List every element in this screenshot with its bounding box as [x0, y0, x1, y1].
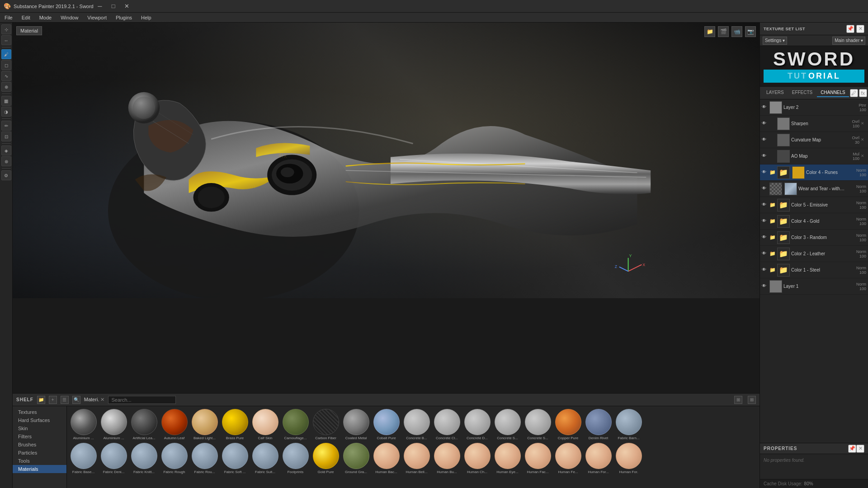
layer-visibility-toggle[interactable]: 👁 [762, 121, 768, 127]
shelf-cat-textures[interactable]: Textures [13, 408, 66, 416]
shelf-item[interactable]: Human Bu... [432, 442, 462, 475]
shelf-item[interactable]: Fabric Base... [69, 442, 98, 475]
shelf-item[interactable]: Fabric Deni... [99, 442, 128, 475]
tool-select[interactable]: ⊹ [1, 24, 11, 34]
tool-settings[interactable]: ⚙ [1, 170, 11, 180]
layer-visibility-toggle[interactable]: 👁 [762, 283, 768, 290]
shelf-item[interactable]: Human Bell... [402, 442, 431, 475]
shelf-filter-tag[interactable]: Materi. ✕ [84, 397, 105, 403]
shelf-item[interactable]: Artificial Lea... [129, 408, 159, 441]
shelf-item[interactable]: Fabric Barn... [614, 408, 643, 441]
tool-clone[interactable]: ⊕ [1, 82, 11, 92]
shelf-item[interactable]: Concrete B... [402, 408, 431, 441]
shelf-item[interactable]: Baked Light... [190, 408, 219, 441]
layer-item[interactable]: 👁 📁 📁 Color 4 - Runes Norm 100 [760, 164, 868, 181]
shader-dropdown[interactable]: Main shader ▾ [832, 37, 865, 45]
shelf-item[interactable]: Calf Skin [250, 408, 280, 441]
render-mode-btn[interactable]: 🎬 [718, 26, 729, 37]
shelf-item[interactable]: Concrete S... [523, 408, 552, 441]
shelf-item[interactable]: Concrete D... [462, 408, 492, 441]
shelf-item[interactable]: Gold Pure [311, 442, 340, 475]
layer-visibility-toggle[interactable]: 👁 [762, 137, 768, 143]
menu-viewport[interactable]: Viewport [83, 14, 111, 21]
material-toggle-button[interactable]: Material [16, 26, 42, 35]
shelf-cat-particles[interactable]: Particles [13, 449, 66, 457]
menu-file[interactable]: File [0, 14, 17, 21]
properties-close-btn[interactable]: ✕ [856, 445, 864, 453]
layer-visibility-toggle[interactable]: 👁 [762, 153, 768, 160]
layer-item[interactable]: 👁 📁 📁 Color 4 - Gold Norm 100 [760, 213, 868, 230]
tool-picker[interactable]: ⊡ [1, 131, 11, 141]
shelf-cat-materials[interactable]: Materials [13, 465, 66, 473]
shelf-search-input[interactable] [108, 396, 176, 404]
layer-visibility-toggle[interactable]: 👁 [762, 202, 768, 208]
shelf-item[interactable]: Human Fac... [523, 442, 552, 475]
shelf-cat-skin[interactable]: Skin [13, 424, 66, 432]
shelf-item[interactable]: Carbon Fiber [311, 408, 340, 441]
shelf-item[interactable]: Autumn Leaf [160, 408, 189, 441]
layer-visibility-toggle[interactable]: 👁 [762, 104, 768, 111]
shelf-cat-tools[interactable]: Tools [13, 457, 66, 465]
tool-material[interactable]: ◈ [1, 145, 11, 155]
shelf-item[interactable]: Copper Pure [553, 408, 583, 441]
shelf-cat-filters[interactable]: Filters [13, 432, 66, 441]
menu-plugins[interactable]: Plugins [111, 14, 137, 21]
shelf-item[interactable]: Human Ch... [462, 442, 492, 475]
tab-layers[interactable]: LAYERS [763, 89, 788, 97]
tool-annotate[interactable]: ✏ [1, 121, 11, 131]
layer-visibility-toggle[interactable]: 👁 [762, 186, 768, 192]
layer-visibility-toggle[interactable]: 👁 [762, 251, 768, 257]
tool-paint[interactable]: 🖌 [1, 49, 11, 59]
layer-item[interactable]: 👁 AO Map Mul 100 ✕ [760, 148, 868, 164]
viewport-canvas[interactable]: ᚱᚢᚾ ᛗᚨᚷ X Y [13, 23, 760, 298]
layer-visibility-toggle[interactable]: 👁 [762, 235, 768, 241]
shelf-item[interactable]: Camouflage... [281, 408, 310, 441]
shelf-item[interactable]: Cobalt Pure [372, 408, 401, 441]
tool-smudge[interactable]: ∿ [1, 71, 11, 81]
texture-set-close-btn[interactable]: ✕ [856, 25, 864, 33]
layer-visibility-toggle[interactable]: 👁 [762, 218, 768, 225]
shelf-item[interactable]: Ground Gra... [341, 442, 371, 475]
texture-set-pin-btn[interactable]: 📌 [846, 25, 854, 33]
tool-mask[interactable]: ◑ [1, 107, 11, 117]
video-btn[interactable]: 📹 [731, 26, 742, 37]
layer-fx-btn[interactable]: fx [859, 89, 867, 97]
layer-close-btn[interactable]: ✕ [861, 121, 866, 127]
shelf-item[interactable]: Footprints [281, 442, 310, 475]
camera-btn[interactable]: 📷 [745, 26, 756, 37]
layer-item[interactable]: 👁 Layer 2 Ptnr 100 [760, 99, 868, 116]
layer-visibility-toggle[interactable]: 👁 [762, 267, 768, 273]
shelf-item[interactable]: Human Bac... [372, 442, 401, 475]
minimize-button[interactable]: ─ [94, 2, 106, 11]
shelf-item[interactable]: Fabric Rou... [190, 442, 219, 475]
shelf-maximize-btn[interactable]: ⊞ [734, 396, 742, 404]
shelf-item[interactable]: Human For... [584, 442, 613, 475]
shelf-item[interactable]: Fabric Rough [160, 442, 189, 475]
tool-erase[interactable]: ◻ [1, 60, 11, 70]
menu-mode[interactable]: Mode [35, 14, 57, 21]
shelf-item[interactable]: Human Fe... [553, 442, 583, 475]
layer-paint-btn[interactable]: 🖊 [850, 89, 858, 97]
close-button[interactable]: ✕ [121, 2, 133, 11]
shelf-folder-btn[interactable]: 📁 [37, 396, 45, 404]
tool-transform[interactable]: ↔ [1, 35, 11, 45]
layer-close-btn[interactable]: ✕ [861, 137, 866, 143]
layer-item[interactable]: 👁 📁 📁 Color 2 - Leather Norm 100 [760, 246, 868, 262]
layer-item[interactable]: 👁 Layer 1 Norm 100 [760, 278, 868, 295]
shelf-item[interactable]: Brass Pure [220, 408, 250, 441]
shelf-item[interactable]: Fabric Soft ... [220, 442, 250, 475]
maximize-button[interactable]: □ [107, 2, 120, 11]
menu-help[interactable]: Help [137, 14, 156, 21]
folder-icon-btn[interactable]: 📁 [704, 26, 715, 37]
shelf-item[interactable]: Concrete S... [493, 408, 522, 441]
shelf-content[interactable]: Aluminium ... Aluminium ... Artificial L… [67, 406, 760, 488]
shelf-item[interactable]: Fabric Knitt... [129, 442, 159, 475]
shelf-cat-brushes[interactable]: Brushes [13, 441, 66, 449]
layer-item[interactable]: 👁 Sharpen Ovrl 100 ✕ [760, 116, 868, 132]
shelf-filter-btn[interactable]: ☰ [61, 396, 69, 404]
tab-channels[interactable]: CHANNELS [817, 89, 849, 97]
menu-edit[interactable]: Edit [17, 14, 35, 21]
menu-window[interactable]: Window [56, 14, 83, 21]
shelf-search-btn[interactable]: 🔍 [72, 396, 80, 404]
shelf-item[interactable]: Aluminium ... [69, 408, 98, 441]
